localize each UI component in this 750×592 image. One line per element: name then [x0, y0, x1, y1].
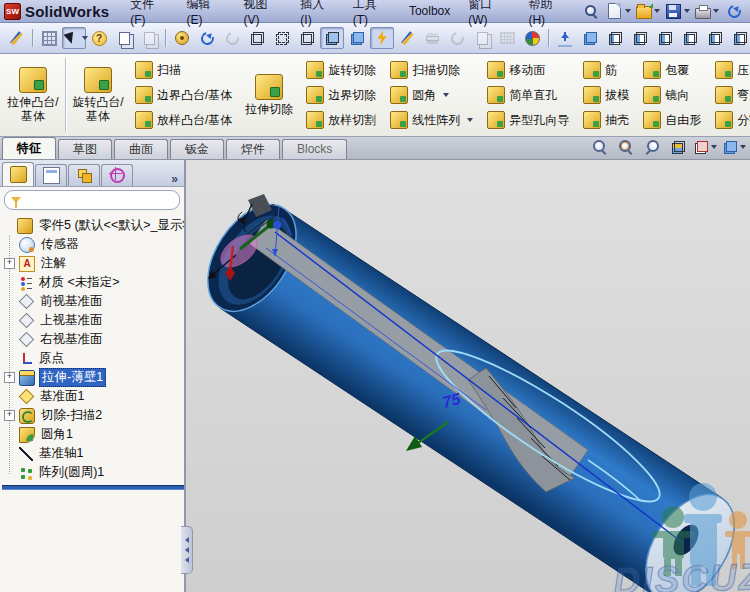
featuremanager-tab[interactable]: [2, 162, 34, 186]
save-button[interactable]: [663, 0, 692, 22]
move-face-button[interactable]: 移动面: [484, 58, 572, 82]
menu-help[interactable]: 帮助(H): [519, 0, 577, 29]
panel-overflow-chevron[interactable]: »: [167, 172, 182, 186]
tab-features[interactable]: 特征: [2, 137, 56, 159]
view-front-button[interactable]: [603, 27, 627, 49]
menu-tools[interactable]: 工具(T): [344, 0, 400, 29]
tab-sheet-metal[interactable]: 钣金: [170, 139, 224, 159]
hidden-lines-removed-button[interactable]: [295, 27, 319, 49]
menu-edit[interactable]: 编辑(E): [178, 0, 235, 29]
view-back-button[interactable]: [628, 27, 652, 49]
menu-view[interactable]: 视图(V): [234, 0, 291, 29]
copy-button[interactable]: [112, 27, 136, 49]
shaded-button[interactable]: [345, 27, 369, 49]
view-top-button[interactable]: [703, 27, 727, 49]
featuremanager-filter-input[interactable]: [24, 193, 173, 207]
edit-appearance-button[interactable]: [4, 27, 28, 49]
revolved-cut-button[interactable]: 旋转切除: [303, 58, 379, 82]
view-isometric-button[interactable]: [578, 27, 602, 49]
zoom-to-area-button[interactable]: [614, 136, 638, 158]
graphics-viewport[interactable]: 75: [186, 160, 750, 592]
model-canvas[interactable]: 75: [186, 160, 750, 592]
indent-button[interactable]: 压凹: [712, 58, 750, 82]
zoom-to-fit-button[interactable]: [588, 136, 612, 158]
color-swatch-button[interactable]: [520, 27, 544, 49]
hole-wizard-button[interactable]: 异型孔向导: [484, 108, 572, 132]
tree-item[interactable]: 传感器: [2, 235, 184, 254]
extruded-cut-button[interactable]: 拉伸切除: [240, 56, 298, 134]
revolved-boss-base-button[interactable]: 旋转凸台/基体: [69, 56, 127, 134]
lofted-cut-button[interactable]: 放样切割: [303, 108, 379, 132]
swept-cut-button[interactable]: 扫描切除: [387, 58, 476, 82]
select-button[interactable]: [62, 27, 86, 49]
view-orientation-button[interactable]: [692, 136, 719, 158]
display-style-button[interactable]: [721, 136, 748, 158]
undo-button[interactable]: [722, 0, 746, 22]
dimxpertmanager-tab[interactable]: [101, 164, 133, 186]
menu-toolbox[interactable]: Toolbox: [400, 2, 459, 20]
tab-weldments[interactable]: 焊件: [226, 139, 280, 159]
freeform-button[interactable]: 自由形: [640, 108, 704, 132]
view-left-button[interactable]: [653, 27, 677, 49]
view-right-button[interactable]: [678, 27, 702, 49]
panel-collapse-handle[interactable]: [181, 526, 193, 574]
snap-grid-button[interactable]: [37, 27, 61, 49]
open-button[interactable]: [634, 0, 662, 22]
menu-window[interactable]: 窗口(W): [459, 0, 519, 29]
hidden-lines-visible-button[interactable]: [270, 27, 294, 49]
tree-item[interactable]: 阵列(圆周)1: [2, 463, 184, 482]
normal-to-button[interactable]: [553, 27, 577, 49]
mirror-button[interactable]: 镜向: [640, 83, 704, 107]
new-document-button[interactable]: [604, 0, 633, 22]
previous-view-button[interactable]: [640, 136, 664, 158]
menu-file[interactable]: 文件(F): [121, 0, 177, 29]
tree-item[interactable]: +A注解: [2, 254, 184, 273]
realview-button[interactable]: [370, 27, 394, 49]
tab-blocks[interactable]: Blocks: [282, 139, 347, 159]
tree-item[interactable]: +切除-扫描2: [2, 406, 184, 425]
tree-item[interactable]: 前视基准面: [2, 292, 184, 311]
tree-item[interactable]: 基准面1: [2, 387, 184, 406]
tree-item[interactable]: 右视基准面: [2, 330, 184, 349]
tab-surfaces[interactable]: 曲面: [114, 139, 168, 159]
wrap-button[interactable]: 包覆: [640, 58, 704, 82]
draft-button[interactable]: 拔模: [580, 83, 632, 107]
measure-button[interactable]: [170, 27, 194, 49]
sketch-color-button[interactable]: [395, 27, 419, 49]
tree-item[interactable]: 零件5 (默认<<默认>_显示状态: [2, 216, 184, 235]
shaded-with-edges-button[interactable]: [320, 27, 344, 49]
tab-sketch[interactable]: 草图: [58, 139, 112, 159]
tree-item[interactable]: 上视基准面: [2, 311, 184, 330]
section-view-button[interactable]: [666, 136, 690, 158]
menu-insert[interactable]: 插入(I): [291, 0, 343, 29]
split-button[interactable]: 分割: [712, 108, 750, 132]
rollback-bar[interactable]: [2, 485, 184, 490]
linear-pattern-button[interactable]: 线性阵列: [387, 108, 476, 132]
boundary-boss-base-button[interactable]: 边界凸台/基体: [132, 83, 235, 107]
expand-toggle[interactable]: +: [4, 410, 15, 421]
print-button[interactable]: [693, 0, 721, 22]
rib-button[interactable]: 筋: [580, 58, 632, 82]
help-whats-this-button[interactable]: ?: [87, 27, 111, 49]
expand-toggle[interactable]: +: [4, 258, 15, 269]
tree-item[interactable]: 原点: [2, 349, 184, 368]
wireframe-button[interactable]: [245, 27, 269, 49]
tree-item[interactable]: 材质 <未指定>: [2, 273, 184, 292]
lofted-boss-base-button[interactable]: 放样凸台/基体: [132, 108, 235, 132]
search-button[interactable]: [579, 0, 603, 22]
tree-item[interactable]: 基准轴1: [2, 444, 184, 463]
flex-button[interactable]: 弯曲: [712, 83, 750, 107]
extruded-boss-base-button[interactable]: 拉伸凸台/基体: [4, 56, 62, 134]
shell-button[interactable]: 抽壳: [580, 108, 632, 132]
simple-hole-button[interactable]: 简单直孔: [484, 83, 572, 107]
rebuild-button[interactable]: [195, 27, 219, 49]
boundary-cut-button[interactable]: 边界切除: [303, 83, 379, 107]
view-bottom-button[interactable]: [728, 27, 750, 49]
swept-boss-base-button[interactable]: 扫描: [132, 58, 235, 82]
propertymanager-tab[interactable]: [35, 164, 67, 186]
tree-item[interactable]: 圆角1: [2, 425, 184, 444]
expand-toggle[interactable]: +: [4, 372, 15, 383]
fillet-button[interactable]: 圆角: [387, 83, 476, 107]
tree-item[interactable]: +拉伸-薄壁1: [2, 368, 184, 387]
configurationmanager-tab[interactable]: [68, 164, 100, 186]
